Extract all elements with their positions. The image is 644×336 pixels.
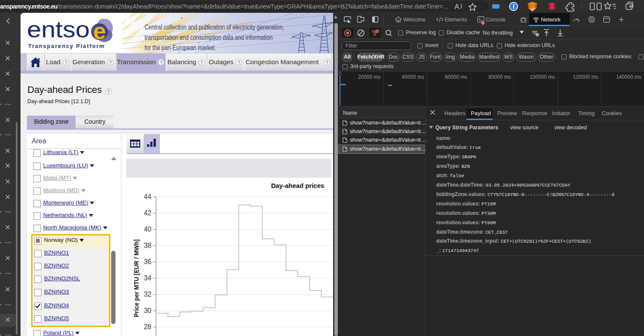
svg-text:entso: entso — [27, 17, 90, 42]
svg-text:36: 36 — [144, 258, 151, 265]
svg-text:42: 42 — [144, 209, 151, 217]
svg-text:44: 44 — [144, 193, 151, 200]
svg-text:34: 34 — [144, 274, 151, 282]
svg-text:40: 40 — [144, 226, 151, 233]
svg-text:32: 32 — [144, 291, 151, 298]
svg-text:30: 30 — [144, 307, 151, 314]
svg-text:38: 38 — [144, 242, 151, 249]
svg-text:28: 28 — [144, 323, 151, 330]
svg-text:A: A — [455, 3, 459, 10]
